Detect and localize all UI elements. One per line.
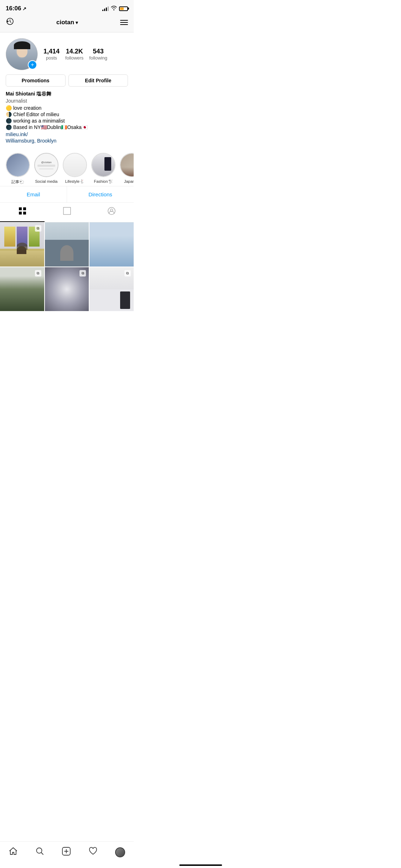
profile-section: + 1,414 posts 14.2K followers 543 follow…	[0, 32, 134, 149]
directions-button[interactable]: Directions	[67, 186, 134, 202]
bio-location[interactable]: Williamsburg, Brooklyn	[6, 138, 128, 144]
story-item[interactable]: @ciotan Social media	[34, 153, 58, 185]
bio-title: Journalist	[6, 98, 128, 104]
posts-stat[interactable]: 1,414 posts	[43, 48, 60, 61]
bio-line-3: 🌑 working as a minimalist	[6, 118, 128, 124]
profile-buttons: Promotions Edit Profile	[6, 74, 128, 87]
contact-row: Email Directions	[0, 186, 134, 203]
story-item[interactable]: Lifestyle🐇	[63, 153, 87, 185]
profile-top: + 1,414 posts 14.2K followers 543 follow…	[6, 38, 128, 70]
dropdown-icon: ▾	[76, 20, 78, 25]
grid-view-tab[interactable]	[0, 203, 45, 222]
multi-post-badge: ⧉	[124, 270, 131, 277]
battery-icon	[119, 6, 128, 11]
add-story-button[interactable]: +	[28, 60, 37, 69]
bio-line-1: 🟡 love creation	[6, 105, 128, 111]
grid-cell[interactable]: ⧉	[0, 222, 44, 267]
grid-cell[interactable]	[45, 222, 89, 267]
photo-grid: ⧉ ⧉ ⧉ ⧉	[0, 222, 134, 311]
bio-line-2: 🌗 Chief Editor of milieu	[6, 112, 128, 117]
feed-icon	[63, 207, 71, 217]
following-count: 543	[93, 48, 104, 55]
email-button[interactable]: Email	[0, 186, 67, 202]
grid-cell[interactable]: ⧉	[89, 267, 134, 311]
multi-post-badge: ⧉	[35, 225, 41, 232]
status-time: 16:06 ↗	[6, 5, 26, 12]
story-item[interactable]: 記事🐑	[6, 153, 30, 185]
status-bar: 16:06 ↗	[0, 0, 134, 14]
following-stat[interactable]: 543 following	[89, 48, 107, 61]
multi-post-badge: ⧉	[79, 270, 86, 277]
posts-label: posts	[46, 55, 57, 61]
bio-link[interactable]: milieu.ink/	[6, 131, 128, 137]
signal-icon	[102, 6, 109, 11]
location-arrow-icon: ↗	[22, 6, 26, 11]
status-icons	[102, 6, 128, 11]
promotions-button[interactable]: Promotions	[6, 74, 66, 87]
followers-label: followers	[65, 55, 83, 61]
time-label: 16:06	[6, 5, 21, 12]
followers-count: 14.2K	[66, 48, 83, 55]
svg-rect-2	[19, 212, 22, 215]
story-item[interactable]: Japan🇯🇵	[120, 153, 134, 185]
story-item[interactable]: Fashion🐩	[91, 153, 115, 185]
back-button[interactable]	[6, 17, 14, 28]
feed-view-tab[interactable]	[45, 203, 89, 222]
tagged-view-tab[interactable]	[89, 203, 134, 222]
username-header[interactable]: ciotan ▾	[56, 19, 78, 26]
grid-cell[interactable]: ⧉	[0, 267, 44, 311]
svg-rect-3	[23, 212, 26, 215]
multi-post-badge: ⧉	[35, 270, 41, 277]
avatar-wrap: +	[6, 38, 38, 70]
bio-name: Mai Shiotani 塩谷舞	[6, 91, 128, 97]
edit-profile-button[interactable]: Edit Profile	[68, 74, 128, 87]
svg-rect-4	[63, 207, 71, 215]
following-label: following	[89, 55, 107, 61]
stories-row: 記事🐑 @ciotan Social media Lifestyle🐇	[0, 149, 134, 186]
bio-line-4: 🌑 Based in NY🇺🇸Dublin🇮🇪Osaka🇯🇵	[6, 124, 128, 130]
tagged-icon	[108, 207, 115, 217]
grid-icon	[19, 207, 26, 217]
svg-rect-0	[19, 207, 22, 210]
wifi-icon	[111, 6, 117, 11]
nav-header: ciotan ▾	[0, 14, 134, 32]
stats-row: 1,414 posts 14.2K followers 543 followin…	[43, 48, 128, 61]
grid-cell[interactable]	[89, 222, 134, 267]
followers-stat[interactable]: 14.2K followers	[65, 48, 83, 61]
svg-rect-1	[23, 207, 26, 210]
username-label: ciotan	[56, 19, 74, 26]
view-tabs	[0, 203, 134, 222]
menu-button[interactable]	[120, 20, 128, 25]
posts-count: 1,414	[43, 48, 60, 55]
grid-cell[interactable]: ⧉	[45, 267, 89, 311]
